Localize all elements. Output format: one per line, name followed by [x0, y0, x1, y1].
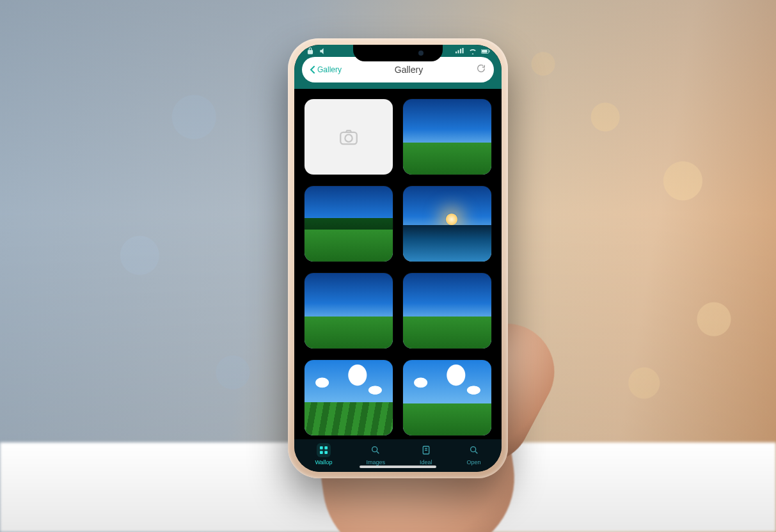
- photo-thumbnail[interactable]: [403, 99, 491, 175]
- photo-grid: [294, 89, 502, 439]
- battery-icon: [481, 47, 490, 53]
- photo-scene: Gallery Gallery: [0, 0, 776, 532]
- svg-rect-9: [320, 446, 323, 450]
- nav-item-2[interactable]: Ideal: [419, 443, 433, 465]
- phone-device: Gallery Gallery: [288, 38, 508, 478]
- photo-thumbnail[interactable]: [305, 360, 393, 435]
- camera-icon: [338, 126, 360, 148]
- volume-icon: [319, 47, 328, 53]
- photo-thumbnail[interactable]: [305, 273, 393, 348]
- app-screen: Gallery Gallery: [294, 45, 502, 472]
- lock-icon: [306, 47, 315, 53]
- svg-point-15: [470, 447, 475, 452]
- svg-rect-11: [320, 451, 323, 454]
- nav-item-3[interactable]: Open: [467, 443, 481, 465]
- svg-rect-12: [324, 451, 328, 454]
- page-title: Gallery: [347, 65, 471, 75]
- signal-icon: [455, 47, 464, 53]
- nav-label: Ideal: [420, 459, 432, 465]
- grid-icon: [317, 443, 331, 457]
- svg-rect-10: [324, 446, 328, 450]
- back-button[interactable]: Gallery: [310, 65, 342, 74]
- nav-item-0[interactable]: Wallop: [315, 443, 332, 465]
- phone-notch: [353, 45, 443, 61]
- wifi-icon: [468, 47, 477, 53]
- photo-thumbnail[interactable]: [403, 186, 491, 262]
- camera-tile[interactable]: [305, 99, 393, 175]
- photo-thumbnail[interactable]: [403, 273, 491, 348]
- svg-rect-0: [455, 52, 457, 54]
- note-icon: [419, 443, 433, 457]
- svg-point-13: [372, 447, 377, 452]
- svg-rect-6: [489, 51, 489, 52]
- refresh-icon[interactable]: [476, 63, 486, 76]
- home-indicator[interactable]: [360, 465, 436, 468]
- back-label: Gallery: [317, 65, 342, 74]
- search-icon: [368, 443, 383, 457]
- photo-thumbnail[interactable]: [403, 360, 491, 435]
- svg-point-8: [345, 134, 352, 141]
- nav-item-1[interactable]: Images: [366, 443, 385, 465]
- nav-label: Open: [467, 459, 481, 465]
- search-icon: [467, 443, 481, 457]
- nav-label: Images: [366, 459, 385, 465]
- svg-rect-5: [482, 50, 487, 52]
- nav-label: Wallop: [315, 459, 332, 465]
- svg-rect-2: [460, 49, 461, 54]
- svg-rect-1: [457, 51, 459, 54]
- photo-thumbnail[interactable]: [305, 186, 393, 262]
- svg-rect-3: [462, 48, 463, 53]
